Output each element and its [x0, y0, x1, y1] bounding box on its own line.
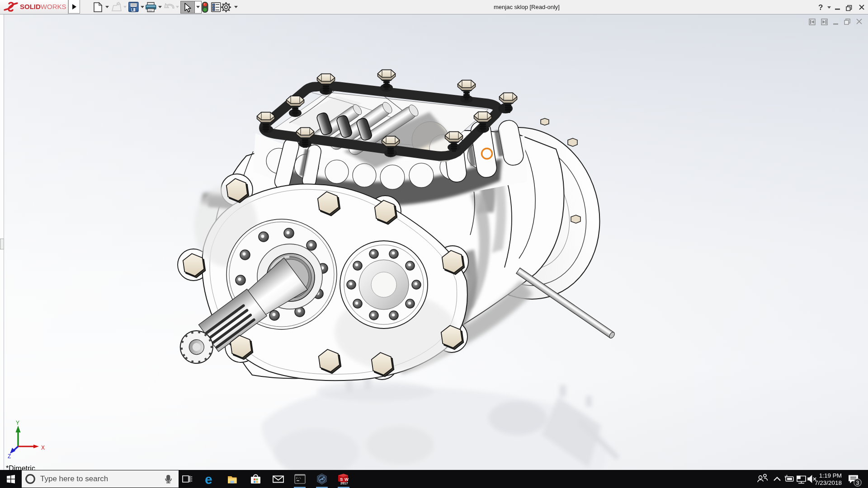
svg-text:?: ?	[818, 3, 823, 12]
svg-text:Z: Z	[8, 453, 11, 460]
svg-text:Y: Y	[16, 420, 19, 426]
svg-text:SOLIDWORKS: SOLIDWORKS	[20, 3, 66, 10]
svg-text:C:\: C:\	[296, 477, 301, 480]
svg-text:e: e	[205, 472, 212, 487]
svg-text:X: X	[41, 445, 45, 451]
svg-text:3: 3	[856, 480, 859, 486]
svg-text:7/23/2018: 7/23/2018	[815, 479, 842, 486]
svg-text:2017: 2017	[340, 481, 348, 485]
svg-text:1:19 PM: 1:19 PM	[819, 472, 842, 479]
